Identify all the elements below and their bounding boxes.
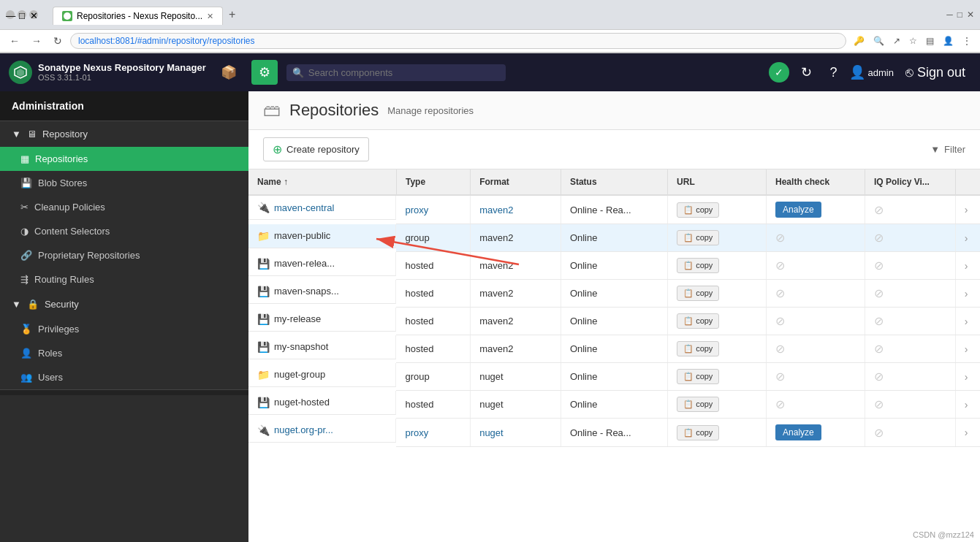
format-value: maven2 bbox=[479, 260, 513, 271]
profile-icon[interactable]: 👤 bbox=[940, 34, 957, 47]
window-minimize-icon[interactable]: ─ bbox=[946, 9, 953, 20]
iq-disabled-icon: ⊘ bbox=[874, 204, 884, 216]
copy-url-btn[interactable]: 📋 copy bbox=[677, 202, 719, 218]
zoom-icon[interactable]: 🔍 bbox=[870, 34, 887, 47]
analyze-btn[interactable]: Analyze bbox=[775, 202, 821, 218]
col-header-action bbox=[955, 169, 980, 195]
copy-url-btn[interactable]: 📋 copy bbox=[677, 341, 719, 356]
table-header: Name ↑ Type Format Status URL Health che… bbox=[248, 169, 980, 195]
row-expand-icon[interactable]: › bbox=[965, 260, 968, 272]
row-expand-icon[interactable]: › bbox=[965, 232, 968, 244]
row-expand-icon[interactable]: › bbox=[965, 371, 968, 383]
copy-url-btn[interactable]: 📋 copy bbox=[677, 425, 719, 440]
sidebar-item-routing-rules[interactable]: ⇶ Routing Rules bbox=[0, 267, 248, 291]
window-restore-icon[interactable]: □ bbox=[957, 9, 962, 20]
sidebar-item-content-selectors[interactable]: ◑ Content Selectors bbox=[0, 219, 248, 243]
col-header-url[interactable]: URL bbox=[668, 169, 767, 195]
table-row[interactable]: 🔌nuget.org-pr...proxynugetOnline - Rea..… bbox=[248, 419, 980, 447]
table-row[interactable]: 📁maven-publicgroupmaven2Online📋 copy⊘⊘› bbox=[248, 224, 980, 252]
copy-url-btn[interactable]: 📋 copy bbox=[677, 313, 719, 329]
cell-status: Online bbox=[561, 308, 667, 335]
window-close-icon[interactable]: ✕ bbox=[967, 9, 974, 20]
server-icon: 🖥 bbox=[27, 129, 37, 140]
cell-format: nuget bbox=[471, 391, 561, 419]
sidebar-group-repository[interactable]: ▼ 🖥 Repository bbox=[0, 121, 248, 147]
iq-disabled-icon: ⊘ bbox=[874, 398, 884, 411]
sidebar-item-cleanup-policies[interactable]: ✂ Cleanup Policies bbox=[0, 195, 248, 219]
copy-url-btn[interactable]: 📋 copy bbox=[677, 369, 719, 384]
menu-icon[interactable]: ⋮ bbox=[960, 34, 974, 47]
table-row[interactable]: 💾my-snapshothostedmaven2Online📋 copy⊘⊘› bbox=[248, 335, 980, 363]
maximize-btn[interactable]: □ bbox=[18, 10, 26, 19]
col-header-type[interactable]: Type bbox=[396, 169, 470, 195]
col-header-health[interactable]: Health check bbox=[767, 169, 865, 195]
sidebar-item-proprietary-repos[interactable]: 🔗 Proprietary Repositories bbox=[0, 243, 248, 267]
sign-out-btn[interactable]: ⎋ Sign out bbox=[900, 62, 971, 83]
row-expand-icon[interactable]: › bbox=[965, 204, 968, 215]
settings-btn[interactable]: ⚙ bbox=[251, 60, 278, 85]
search-input[interactable] bbox=[308, 67, 500, 78]
sidebar-item-repositories[interactable]: ▦ Repositories bbox=[0, 147, 248, 171]
repo-name-link[interactable]: maven-central bbox=[274, 202, 334, 213]
table-row[interactable]: 📁nuget-groupgroupnugetOnline📋 copy⊘⊘› bbox=[248, 363, 980, 391]
tab-close-btn[interactable]: ✕ bbox=[207, 12, 213, 21]
key-icon[interactable]: 🔑 bbox=[851, 34, 867, 47]
lock-icon: 🔒 bbox=[27, 299, 39, 310]
analyze-btn[interactable]: Analyze bbox=[775, 424, 821, 440]
row-expand-icon[interactable]: › bbox=[965, 316, 968, 327]
back-btn[interactable]: ← bbox=[6, 34, 23, 48]
sidebar-group-security[interactable]: ▼ 🔒 Security bbox=[0, 291, 248, 317]
sidebar-icon[interactable]: ▤ bbox=[923, 34, 937, 47]
bookmark-icon[interactable]: ☆ bbox=[906, 34, 920, 47]
copy-url-btn[interactable]: 📋 copy bbox=[677, 397, 719, 412]
cell-health: ⊘ bbox=[767, 391, 865, 419]
forward-btn[interactable]: → bbox=[28, 34, 45, 48]
create-repository-btn[interactable]: ⊕ Create repository bbox=[263, 137, 369, 161]
repo-type-icon: 📁 bbox=[257, 369, 270, 381]
col-header-format[interactable]: Format bbox=[471, 169, 561, 195]
iq-disabled-icon: ⊘ bbox=[874, 287, 884, 299]
format-value[interactable]: maven2 bbox=[479, 205, 513, 215]
cell-iq: ⊘ bbox=[865, 308, 955, 335]
table-row[interactable]: 💾nuget-hostedhostednugetOnline📋 copy⊘⊘› bbox=[248, 391, 980, 419]
type-value[interactable]: proxy bbox=[405, 205, 428, 215]
top-nav: Sonatype Nexus Repository Manager OSS 3.… bbox=[0, 53, 980, 91]
cell-iq: ⊘ bbox=[865, 335, 955, 363]
row-expand-icon[interactable]: › bbox=[965, 288, 968, 299]
new-tab-btn[interactable]: + bbox=[223, 4, 241, 25]
packages-btn[interactable]: 📦 bbox=[215, 61, 243, 83]
type-value[interactable]: proxy bbox=[405, 427, 428, 438]
sidebar-item-roles[interactable]: 👤 Roles bbox=[0, 341, 248, 365]
cell-health: ⊘ bbox=[767, 335, 865, 363]
row-expand-icon[interactable]: › bbox=[965, 399, 968, 411]
refresh-btn[interactable]: ↻ bbox=[50, 34, 66, 48]
table-row[interactable]: 💾maven-relea...hostedmaven2Online📋 copy⊘… bbox=[248, 252, 980, 280]
table-row[interactable]: 💾maven-snaps...hostedmaven2Online📋 copy⊘… bbox=[248, 280, 980, 308]
minimize-btn[interactable]: — bbox=[6, 10, 15, 19]
cell-health: Analyze bbox=[767, 195, 865, 224]
col-header-iq[interactable]: IQ Policy Vi... bbox=[865, 169, 955, 195]
active-tab[interactable]: Repositories - Nexus Reposito... ✕ bbox=[53, 7, 223, 25]
sign-out-icon: ⎋ bbox=[905, 65, 913, 80]
table-row[interactable]: 💾my-releasehostedmaven2Online📋 copy⊘⊘› bbox=[248, 308, 980, 335]
help-btn[interactable]: ? bbox=[824, 62, 843, 83]
row-expand-icon[interactable]: › bbox=[965, 427, 968, 438]
row-expand-icon[interactable]: › bbox=[965, 343, 968, 355]
copy-url-btn[interactable]: 📋 copy bbox=[677, 286, 719, 301]
format-value[interactable]: nuget bbox=[479, 427, 504, 438]
copy-url-btn[interactable]: 📋 copy bbox=[677, 230, 719, 245]
sidebar-item-blob-stores[interactable]: 💾 Blob Stores bbox=[0, 171, 248, 195]
refresh-btn[interactable]: ↻ bbox=[795, 61, 818, 83]
copy-url-btn[interactable]: 📋 copy bbox=[677, 258, 719, 273]
col-header-name[interactable]: Name ↑ bbox=[248, 169, 396, 195]
sidebar-item-privileges[interactable]: 🏅 Privileges bbox=[0, 317, 248, 341]
sidebar-item-users[interactable]: 👥 Users bbox=[0, 365, 248, 389]
repo-name-link[interactable]: nuget.org-pr... bbox=[274, 424, 333, 435]
col-header-status[interactable]: Status bbox=[561, 169, 667, 195]
health-disabled-icon: ⊘ bbox=[775, 343, 785, 355]
address-input[interactable] bbox=[70, 33, 846, 49]
close-btn[interactable]: ✕ bbox=[29, 10, 38, 19]
table-row[interactable]: 🔌maven-centralproxymaven2Online - Rea...… bbox=[248, 195, 980, 224]
health-disabled-icon: ⊘ bbox=[775, 259, 785, 272]
share-icon[interactable]: ↗ bbox=[890, 34, 903, 47]
